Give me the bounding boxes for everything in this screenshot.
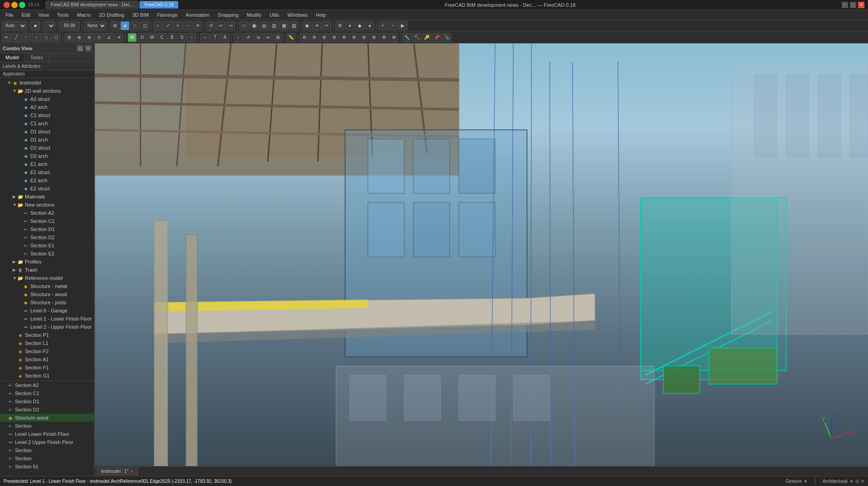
minimize-btn[interactable] xyxy=(11,2,18,8)
view-btn1[interactable]: ■ xyxy=(120,21,129,30)
tree-item-section-bottom2[interactable]: ⊢ Section xyxy=(0,446,94,454)
draw-circle[interactable]: ○ xyxy=(32,33,41,42)
tree-item-struct-wood-bottom[interactable]: ◆ Structure wood xyxy=(0,414,94,422)
extra1[interactable]: 🔧 xyxy=(402,33,411,42)
tree-item-level0[interactable]: ═ Level 0 - Garage xyxy=(0,307,94,315)
workbench-fullscreen-icon[interactable]: ⊡ xyxy=(855,479,859,484)
tree-item-section-c1-bottom[interactable]: ⊢ Section C1 xyxy=(0,389,94,397)
tree-item-profiles[interactable]: ▶ 📁 Profiles xyxy=(0,258,94,266)
view-undo[interactable]: ↩ xyxy=(216,21,225,30)
tree-item-section-d2[interactable]: ⊢ Section D2 xyxy=(0,233,94,241)
view-zoom-out[interactable]: − xyxy=(183,21,192,30)
bim-door[interactable]: D xyxy=(138,33,147,42)
close-btn[interactable] xyxy=(4,2,10,8)
bim-window[interactable]: W xyxy=(148,33,157,42)
view-zoom-fit[interactable]: ⤢ xyxy=(163,21,172,30)
tree-item-e2-struct[interactable]: ■ E2 struct xyxy=(0,184,94,193)
draw-line[interactable]: ╱ xyxy=(12,33,21,42)
tree-item-testmodel[interactable]: ▼ ◉ testmodel xyxy=(0,79,94,87)
tree-item-level-lower[interactable]: ═ Level Lower Finish Floor xyxy=(0,430,94,438)
tree-item-section-bottom1[interactable]: ⊢ Section xyxy=(0,422,94,430)
tree-item-c1-struct[interactable]: ■ C1 struct xyxy=(0,111,94,119)
util3[interactable]: ⚙ xyxy=(320,33,329,42)
util1[interactable]: ⚙ xyxy=(300,33,309,42)
app-tab2[interactable]: FreeCAD 0.18 xyxy=(139,1,178,9)
util10[interactable]: ⚙ xyxy=(389,33,398,42)
draw-rect[interactable]: □ xyxy=(42,33,51,42)
mod-array[interactable]: ⊞ xyxy=(273,33,282,42)
maximize-btn[interactable] xyxy=(19,2,25,8)
tree-item-materials[interactable]: ▶ 📁 Materials xyxy=(0,193,94,201)
grid-btn[interactable]: ⊞ xyxy=(110,21,119,30)
snap-angle[interactable]: ∠ xyxy=(105,33,114,42)
view-home[interactable]: ⌂ xyxy=(153,21,162,30)
mod-move[interactable]: ↕ xyxy=(234,33,243,42)
tree-item-level2-upper[interactable]: ═ Level 2 Upper Finish Floor xyxy=(0,438,94,446)
light-btn[interactable]: ☀ xyxy=(312,21,321,30)
more2[interactable]: ♦ xyxy=(345,21,354,30)
tree-item-section-c1[interactable]: ⊢ Section C1 xyxy=(0,217,94,225)
clip-btn[interactable]: ✂ xyxy=(322,21,331,30)
label-btn[interactable]: A xyxy=(220,33,229,42)
view-bottom[interactable]: ▧ xyxy=(289,21,298,30)
view-back[interactable]: ▣ xyxy=(249,21,258,30)
menu-3d-bim[interactable]: 3D BIM xyxy=(129,11,153,19)
tree-item-section-d2-bottom[interactable]: ⊢ Section D2 xyxy=(0,406,94,414)
menu-view[interactable]: View xyxy=(35,11,53,19)
bim-column[interactable]: C xyxy=(157,33,167,42)
none-select[interactable]: None xyxy=(84,21,106,30)
tree-item-e1-struct[interactable]: ■ E1 struct xyxy=(0,168,94,176)
tree-item-section-e2[interactable]: ⊢ Section E2 xyxy=(0,250,94,258)
mod-scale[interactable]: ⇲ xyxy=(253,33,262,42)
bim-stair[interactable]: ↑ xyxy=(187,33,196,42)
util9[interactable]: ⚙ xyxy=(379,33,388,42)
tree-item-struct-wood[interactable]: ◆ Structure - wood xyxy=(0,290,94,298)
extra3[interactable]: 🔑 xyxy=(422,33,431,42)
mod-rotate[interactable]: ↺ xyxy=(243,33,253,42)
snap-midpoint[interactable]: ⊗ xyxy=(85,33,94,42)
win-close[interactable]: × xyxy=(858,2,864,8)
view-redo[interactable]: ↪ xyxy=(226,21,235,30)
tree-item-section-61[interactable]: ⊢ Section 61 xyxy=(0,462,94,471)
draw-poly[interactable]: ⬡ xyxy=(52,33,61,42)
view-zoom-in[interactable]: + xyxy=(173,21,182,30)
util4[interactable]: ⚙ xyxy=(329,33,339,42)
tree-item-2d-wall[interactable]: ▼ 📂 2D wall sections xyxy=(0,87,94,95)
tree-item-a2-struct[interactable]: ■ A2 struct xyxy=(0,95,94,103)
extra2[interactable]: 🔨 xyxy=(412,33,421,42)
tree-item-e2-arch[interactable]: ■ E2 arch xyxy=(0,176,94,184)
line-select[interactable]: 1p xyxy=(44,21,55,30)
vp-tab-close-icon[interactable]: ✕ xyxy=(130,469,134,474)
tree-item-d2-arch[interactable]: ■ D2 arch xyxy=(0,152,94,160)
tab-model[interactable]: Model xyxy=(0,53,25,62)
snap-toggle[interactable]: ✏ xyxy=(2,33,11,42)
bim-wall[interactable]: W xyxy=(128,33,137,42)
tree-item-section-l1[interactable]: ◈ Section L1 xyxy=(0,339,94,347)
tree-item-d2-struct[interactable]: ■ D2 struct xyxy=(0,144,94,152)
viewport[interactable]: X Y Z testmodel : 1° ✕ xyxy=(95,43,868,476)
tree-item-trash[interactable]: ▶ 🗑 Trash xyxy=(0,266,94,274)
util6[interactable]: ⚙ xyxy=(349,33,358,42)
menu-utils[interactable]: Utils xyxy=(266,11,283,19)
workbench-close-icon[interactable]: ✕ xyxy=(861,479,864,484)
tree-item-level1[interactable]: ═ Level 1 - Lower Finish Floor xyxy=(0,315,94,323)
snap-intersection[interactable]: ✕ xyxy=(114,33,124,42)
bim-slab[interactable]: S xyxy=(177,33,186,42)
win-maximize[interactable]: □ xyxy=(850,2,856,8)
app-tab1[interactable]: FreeCAD BIM development news - Dec... xyxy=(46,1,138,9)
menu-edit[interactable]: Edit xyxy=(18,11,34,19)
tree-item-section-d1-bottom[interactable]: ⊢ Section D1 xyxy=(0,397,94,406)
tree-item-section-e1[interactable]: ⊢ Section E1 xyxy=(0,241,94,250)
view-select[interactable]: ✕ xyxy=(193,21,202,30)
tree-item-ref-model[interactable]: ▼ 📂 Reference model xyxy=(0,274,94,282)
view-btn3[interactable]: ◫ xyxy=(140,21,149,30)
tree-item-e1-arch[interactable]: ■ E1 arch xyxy=(0,160,94,168)
measure-btn[interactable]: 📏 xyxy=(286,33,296,42)
tree-item-struct-metal[interactable]: ◆ Structure - metal xyxy=(0,282,94,290)
util5[interactable]: ⚙ xyxy=(339,33,348,42)
view-front[interactable]: □ xyxy=(239,21,248,30)
menu-help[interactable]: Help xyxy=(312,11,330,19)
menu-snapping[interactable]: Snapping xyxy=(214,11,243,19)
extra4[interactable]: 📌 xyxy=(432,33,441,42)
tb-square[interactable]: ■ xyxy=(31,21,40,30)
